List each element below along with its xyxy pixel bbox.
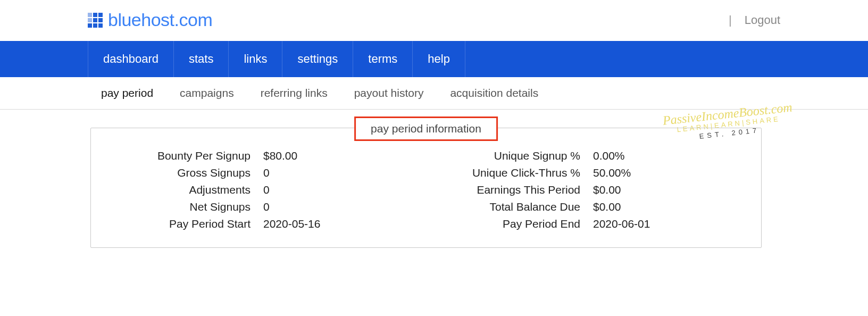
- nav-dashboard[interactable]: dashboard: [88, 41, 174, 77]
- row-earnings-this-period: Earnings This Period $0.00: [442, 184, 740, 196]
- panel-columns: Bounty Per Signup $80.00 Gross Signups 0…: [112, 149, 740, 230]
- tab-acquisition-details[interactable]: acquisition details: [450, 87, 538, 99]
- label: Pay Period Start: [112, 218, 251, 230]
- content-area: PassiveIncomeBoost.com LEARN|EARN|SHARE …: [0, 110, 868, 280]
- nav-terms[interactable]: terms: [353, 41, 413, 77]
- pay-period-panel: pay period information Bounty Per Signup…: [90, 128, 762, 248]
- tab-referring-links[interactable]: referring links: [261, 87, 328, 99]
- nav-links[interactable]: links: [229, 41, 282, 77]
- label: Unique Click-Thrus %: [442, 167, 580, 179]
- value: 0: [263, 167, 270, 179]
- value: 0.00%: [593, 149, 625, 162]
- brand-logo[interactable]: bluehost.com: [88, 10, 212, 30]
- row-bounty-per-signup: Bounty Per Signup $80.00: [112, 149, 410, 162]
- sub-nav-wrap: pay period campaigns referring links pay…: [0, 77, 868, 110]
- row-net-signups: Net Signups 0: [112, 201, 410, 213]
- row-pay-period-end: Pay Period End 2020-06-01: [442, 218, 740, 230]
- label: Adjustments: [112, 184, 251, 196]
- panel-title-highlight: pay period information: [354, 117, 498, 141]
- top-bar: bluehost.com | Logout: [0, 0, 868, 41]
- left-column: Bounty Per Signup $80.00 Gross Signups 0…: [112, 149, 410, 230]
- label: Bounty Per Signup: [112, 149, 251, 162]
- main-nav: dashboard stats links settings terms hel…: [0, 41, 868, 77]
- value: 2020-06-01: [593, 218, 650, 230]
- logout-link[interactable]: Logout: [745, 13, 780, 27]
- value: 0: [263, 184, 270, 196]
- value: 50.00%: [593, 167, 631, 179]
- row-adjustments: Adjustments 0: [112, 184, 410, 196]
- label: Earnings This Period: [442, 184, 580, 196]
- label: Net Signups: [112, 201, 251, 213]
- row-unique-signup-pct: Unique Signup % 0.00%: [442, 149, 740, 162]
- tab-campaigns[interactable]: campaigns: [180, 87, 234, 99]
- brand-text: bluehost.com: [108, 10, 212, 30]
- nav-stats[interactable]: stats: [174, 41, 229, 77]
- label: Pay Period End: [442, 218, 580, 230]
- row-gross-signups: Gross Signups 0: [112, 167, 410, 179]
- bluehost-grid-icon: [88, 13, 103, 28]
- value: $0.00: [593, 201, 621, 213]
- label: Total Balance Due: [442, 201, 580, 213]
- right-column: Unique Signup % 0.00% Unique Click-Thrus…: [442, 149, 740, 230]
- row-unique-click-thrus-pct: Unique Click-Thrus % 50.00%: [442, 167, 740, 179]
- nav-help[interactable]: help: [413, 41, 465, 77]
- label: Unique Signup %: [442, 149, 580, 162]
- tab-payout-history[interactable]: payout history: [354, 87, 424, 99]
- top-right-links: | Logout: [729, 13, 780, 27]
- label: Gross Signups: [112, 167, 251, 179]
- row-pay-period-start: Pay Period Start 2020-05-16: [112, 218, 410, 230]
- value: 2020-05-16: [263, 218, 320, 230]
- nav-settings[interactable]: settings: [282, 41, 353, 77]
- divider: |: [729, 13, 732, 27]
- tab-pay-period[interactable]: pay period: [101, 87, 153, 99]
- row-total-balance-due: Total Balance Due $0.00: [442, 201, 740, 213]
- value: $80.00: [263, 149, 297, 162]
- value: 0: [263, 201, 270, 213]
- sub-nav: pay period campaigns referring links pay…: [0, 77, 868, 109]
- value: $0.00: [593, 184, 621, 196]
